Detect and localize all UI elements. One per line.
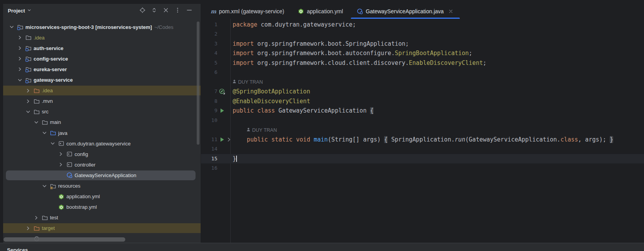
chevron-down-icon[interactable] xyxy=(17,77,23,83)
tree-item-label: resources xyxy=(58,183,80,189)
tree-row-content: java xyxy=(41,128,68,138)
panel-vertical-scrollbar[interactable] xyxy=(197,22,199,145)
line-number: 7 xyxy=(201,87,217,97)
chevron-right-icon[interactable] xyxy=(33,215,39,221)
line-number: 3 xyxy=(201,39,217,49)
tree-item-label: target xyxy=(42,225,55,231)
spring-file-icon xyxy=(298,8,304,14)
inlay-hint-row: DUY TRAN xyxy=(201,77,644,87)
chevron-right-icon[interactable] xyxy=(58,161,64,168)
editor-tab-gateway-service-application-java[interactable]: GatewayServiceApplication.java xyxy=(351,4,460,19)
code-line-9[interactable]: 9public class GatewayServiceApplication … xyxy=(201,106,644,116)
tree-row-eureka-server[interactable]: eureka-server xyxy=(3,64,201,75)
tree-row-content: application.yml xyxy=(50,191,100,202)
fold-indicator-icon[interactable] xyxy=(226,136,232,143)
code-line-7[interactable]: 7@SpringBootApplication xyxy=(201,87,644,97)
services-panel[interactable]: Services xyxy=(0,243,644,251)
panel-horizontal-scrollbar[interactable] xyxy=(4,237,125,242)
tree-row-auth-service[interactable]: auth-service xyxy=(3,43,201,54)
chevron-right-icon[interactable] xyxy=(17,34,23,41)
chevron-down-icon[interactable] xyxy=(25,109,31,115)
line-number: 10 xyxy=(201,116,217,126)
token-ann: EnableDiscoveryClient xyxy=(409,59,483,66)
tab-close-icon[interactable] xyxy=(448,8,454,14)
chevron-right-icon[interactable] xyxy=(17,45,23,51)
token-pl: org.springframework.boot.SpringApplicati… xyxy=(254,40,409,47)
tree-row-microservices-spring-boot-3-microservices-system[interactable]: microservices-spring-boot-3 [microservic… xyxy=(3,22,201,32)
tree-row-test[interactable]: test xyxy=(3,212,201,223)
tree-item-label: application.yml xyxy=(66,194,100,199)
tree-row-idea[interactable]: .idea xyxy=(3,85,201,96)
folder-icon xyxy=(42,215,48,221)
token-ann: SpringBootApplication xyxy=(395,50,469,57)
folder-excluded-icon xyxy=(34,225,40,231)
chevron-right-icon[interactable] xyxy=(25,225,31,231)
chevron-down-icon[interactable] xyxy=(33,119,39,126)
tree-row-bootstrap-yml[interactable]: bootstrap.yml xyxy=(3,202,201,212)
chevron-spacer xyxy=(50,204,56,210)
code-line-8[interactable]: 8@EnableDiscoveryClient xyxy=(201,97,644,106)
line-number: 6 xyxy=(201,68,217,77)
editor-area: mpom.xml (gateway-service)application.ym… xyxy=(201,0,644,243)
chevron-right-icon[interactable] xyxy=(25,88,31,94)
tree-row-config-service[interactable]: config-service xyxy=(3,54,201,64)
code-line-2[interactable]: 2 xyxy=(201,29,644,39)
tree-row-content: eureka-server xyxy=(17,64,67,75)
code-line-4[interactable]: 4import org.springframework.boot.autocon… xyxy=(201,48,644,58)
token-pl xyxy=(233,136,247,143)
token-kw: import xyxy=(233,59,254,66)
tree-row-gatewayserviceapplication[interactable]: GatewayServiceApplication xyxy=(3,170,201,181)
spring-bean-gutter-icon[interactable] xyxy=(219,88,225,95)
tree-row-content: gateway-service xyxy=(17,75,73,85)
run-gutter-icon[interactable] xyxy=(219,108,225,114)
run-gutter-icon[interactable] xyxy=(219,136,225,143)
maven-icon-icon: m xyxy=(210,8,216,14)
tree-row-mvn[interactable]: .mvn xyxy=(3,96,201,106)
tree-row-controller[interactable]: controller xyxy=(3,160,201,170)
folder-source-icon xyxy=(50,130,56,136)
code-line-16[interactable]: 16 xyxy=(201,163,644,173)
chevron-right-icon[interactable] xyxy=(17,56,23,62)
chevron-down-icon[interactable] xyxy=(41,130,48,136)
line-number: 2 xyxy=(201,29,217,39)
tree-row-target[interactable]: target xyxy=(3,223,201,233)
code-line-11[interactable]: 11 public static void main(String[] args… xyxy=(201,135,644,145)
chevron-down-icon[interactable] xyxy=(9,24,15,30)
chevron-down-icon[interactable] xyxy=(50,140,56,147)
tree-row-java[interactable]: java xyxy=(3,128,201,138)
code-text: package com.duytran.gatewayservice; xyxy=(233,20,356,30)
tree-row-resources[interactable]: resources xyxy=(3,181,201,191)
code-line-3[interactable]: 3import org.springframework.boot.SpringA… xyxy=(201,39,644,49)
code-line-6[interactable]: 6 xyxy=(201,68,644,77)
module-folder-icon xyxy=(25,56,32,62)
tree-item-label: bootstrap.yml xyxy=(66,204,97,210)
line-number: 8 xyxy=(201,97,217,106)
tree-row-idea[interactable]: .idea xyxy=(3,32,201,43)
svg-text:m: m xyxy=(211,8,217,14)
editor-tab-pom-xml[interactable]: mpom.xml (gateway-service) xyxy=(204,4,290,19)
line-number: 11 xyxy=(201,135,217,145)
editor[interactable]: 1package com.duytran.gatewayservice;23im… xyxy=(201,19,644,243)
token-pl: (String[] args) xyxy=(328,136,384,143)
tree-row-application-yml[interactable]: application.yml xyxy=(3,191,201,202)
token-pl: SpringApplication. xyxy=(388,136,455,143)
code-line-1[interactable]: 1package com.duytran.gatewayservice; xyxy=(201,20,644,30)
code-line-15[interactable]: 15} xyxy=(201,154,644,164)
chevron-down-icon[interactable] xyxy=(41,183,48,189)
tree-row-com-duytran-gatewayservice[interactable]: com.duytran.gatewayservice xyxy=(3,138,201,149)
chevron-right-icon[interactable] xyxy=(17,66,23,72)
tree-row-main[interactable]: main xyxy=(3,117,201,127)
code-line-10[interactable]: 10 xyxy=(201,116,644,126)
chevron-right-icon[interactable] xyxy=(25,98,31,104)
tree-row-gateway-service[interactable]: gateway-service xyxy=(3,75,201,85)
token-kw: import xyxy=(233,40,254,47)
tree-item-label: .idea xyxy=(34,35,44,41)
package-icon xyxy=(58,140,64,147)
editor-tab-application-yml[interactable]: application.yml xyxy=(292,4,349,19)
tree-row-config[interactable]: config xyxy=(3,149,201,160)
code-line-5[interactable]: 5import org.springframework.cloud.client… xyxy=(201,58,644,68)
chevron-right-icon[interactable] xyxy=(58,151,64,157)
code-line-14[interactable]: 14 xyxy=(201,144,644,154)
tree-row-src[interactable]: src xyxy=(3,106,201,117)
tab-label: pom.xml (gateway-service) xyxy=(219,8,284,14)
